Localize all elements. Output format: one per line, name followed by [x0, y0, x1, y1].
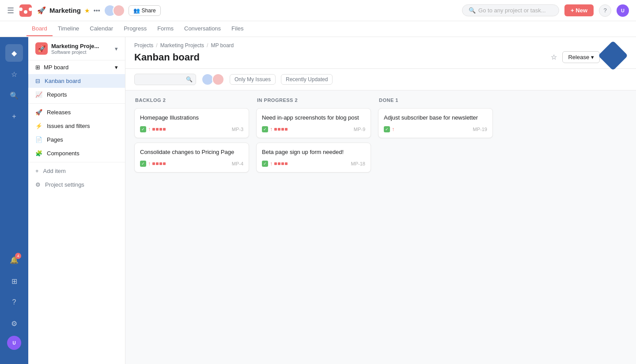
reports-icon: 📈: [35, 91, 42, 98]
check-icon: ✓: [384, 126, 390, 132]
task-title: Consolidate changes to Pricing Page: [140, 148, 243, 156]
search-bar[interactable]: 🔍 Go to any project or task...: [462, 4, 559, 16]
tab-board[interactable]: Board: [26, 22, 53, 36]
project-nav-expand[interactable]: ▾: [115, 45, 118, 52]
star-icon[interactable]: ★: [84, 7, 90, 14]
nav-reports[interactable]: 📈 Reports: [28, 88, 125, 101]
project-nav: 🚀 Marketing Proje... Software project ▾ …: [28, 37, 125, 364]
mp-board-section[interactable]: ⊞ MP board ▾: [28, 60, 125, 74]
tab-timeline[interactable]: Timeline: [53, 22, 85, 36]
sidebar-star-button[interactable]: ☆: [5, 65, 23, 83]
tab-progress[interactable]: Progress: [118, 22, 152, 36]
dots-row: [274, 162, 288, 165]
check-icon: ✓: [140, 161, 146, 167]
sidebar-search-button[interactable]: 🔍: [5, 86, 23, 104]
modal-backlog-column: BACKLOG 2 Homepage Illustrations ✓ ↑: [134, 98, 249, 357]
modal-sidebar: ◆ ☆ 🔍 + 🔔 4 ⊞ ? ⚙ U: [0, 37, 28, 364]
sidebar-diamond-button[interactable]: ◆: [5, 44, 23, 62]
modal-board: Projects / Marketing Projects / MP board…: [125, 37, 636, 364]
avatar-group: [104, 4, 125, 17]
board-filter-bar: 🔍 Only My Issues Recently Updated: [125, 69, 636, 90]
modal-panel: ◆ ☆ 🔍 + 🔔 4 ⊞ ? ⚙ U 🚀 Marketin: [0, 37, 636, 364]
recently-updated-btn[interactable]: Recently Updated: [281, 74, 333, 85]
new-button[interactable]: + New: [564, 4, 594, 16]
nav-pages[interactable]: 📄 Pages: [28, 133, 125, 146]
avatar-filters: [201, 73, 224, 86]
chevron-icon: ▾: [115, 64, 118, 71]
table-row[interactable]: Need in-app screenshots for blog post ✓ …: [256, 108, 371, 138]
breadcrumb-marketing-projects[interactable]: Marketing Projects: [160, 42, 204, 49]
table-row[interactable]: Homepage Illustrations ✓ ↑ MP-3: [134, 108, 249, 138]
sidebar-grid-button[interactable]: ⊞: [5, 272, 23, 290]
table-row[interactable]: Beta page sign up form needed! ✓ ↑ MP-18: [256, 143, 371, 173]
search-icon: 🔍: [469, 7, 476, 14]
app-logo: [19, 4, 32, 17]
dots-row: [152, 162, 166, 165]
filter-search-icon: 🔍: [186, 76, 193, 83]
sidebar-add-button[interactable]: +: [5, 108, 23, 125]
breadcrumb: Projects / Marketing Projects / MP board: [134, 42, 627, 49]
search-placeholder: Go to any project or task...: [478, 7, 545, 14]
priority-icon: ↑: [148, 161, 151, 167]
hamburger-button[interactable]: ☰: [7, 6, 14, 15]
breadcrumb-mp-board[interactable]: MP board: [211, 42, 234, 49]
settings-icon: ⚙: [35, 181, 41, 188]
tab-conversations[interactable]: Conversations: [179, 22, 226, 36]
project-nav-subtitle: Software project: [51, 49, 99, 55]
priority-icon: ↑: [270, 161, 273, 167]
sidebar-settings-button[interactable]: ⚙: [5, 315, 23, 332]
tab-forms[interactable]: Forms: [152, 22, 179, 36]
priority-icon: ↑: [148, 126, 151, 132]
table-row[interactable]: Adjust subscriber base for newsletter ✓ …: [378, 108, 493, 138]
only-my-issues-btn[interactable]: Only My Issues: [230, 74, 276, 85]
task-id: MP-18: [351, 161, 365, 166]
task-id: MP-4: [232, 161, 243, 166]
breadcrumb-projects[interactable]: Projects: [134, 42, 153, 49]
project-name: Marketing: [49, 7, 81, 14]
issues-icon: ⚡: [35, 123, 42, 129]
chevron-down-icon-release: ▾: [591, 54, 594, 60]
board-icon: ⊞: [35, 64, 40, 71]
filter-avatar-2[interactable]: [212, 73, 224, 86]
tab-files[interactable]: Files: [226, 22, 249, 36]
modal-kanban: BACKLOG 2 Homepage Illustrations ✓ ↑: [125, 90, 636, 364]
share-icon: 👥: [133, 8, 140, 14]
modal-done-column: DONE 1 Adjust subscriber base for newsle…: [378, 98, 493, 357]
nav-kanban-board[interactable]: ⊟ Kanban board: [28, 74, 125, 88]
nav-components[interactable]: 🧩 Components: [28, 146, 125, 160]
components-icon: 🧩: [35, 150, 42, 157]
check-icon: ✓: [262, 161, 268, 167]
release-button[interactable]: Release ▾: [562, 51, 600, 63]
project-nav-icon: 🚀: [35, 42, 48, 55]
table-row[interactable]: Consolidate changes to Pricing Page ✓ ↑ …: [134, 143, 249, 173]
project-more-button[interactable]: •••: [94, 7, 100, 14]
nav-add-item[interactable]: + Add item: [28, 164, 125, 178]
task-title: Need in-app screenshots for blog post: [262, 114, 365, 122]
kanban-icon: ⊟: [35, 78, 40, 84]
sidebar-user-avatar[interactable]: U: [7, 336, 21, 350]
user-avatar[interactable]: U: [617, 4, 629, 17]
project-header: 🚀 Marketing ★ ••• 👥 Share: [37, 4, 244, 17]
modal-in-progress-column: IN PROGRESS 2 Need in-app screenshots fo…: [256, 98, 371, 357]
modal-in-progress-title: IN PROGRESS 2: [257, 98, 298, 103]
share-button[interactable]: 👥 Share: [129, 5, 161, 16]
board-title: Kanban board: [134, 52, 200, 63]
nav-releases[interactable]: 🚀 Releases: [28, 105, 125, 119]
nav-issues-filters[interactable]: ⚡ Issues and filters: [28, 119, 125, 133]
pages-icon: 📄: [35, 136, 42, 143]
sidebar-help-button[interactable]: ?: [5, 293, 23, 311]
star-board-button[interactable]: ☆: [549, 51, 559, 63]
dots-row: [152, 128, 166, 131]
nav-project-settings[interactable]: ⚙ Project settings: [28, 178, 125, 191]
add-icon: +: [35, 168, 39, 174]
task-id: MP-9: [354, 127, 365, 132]
releases-icon: 🚀: [35, 109, 42, 116]
task-id: MP-19: [473, 127, 487, 132]
project-nav-name: Marketing Proje...: [51, 43, 99, 49]
task-title: Homepage Illustrations: [140, 114, 243, 122]
help-button[interactable]: ?: [599, 4, 611, 17]
notification-badge: 4: [15, 253, 21, 259]
tab-calendar[interactable]: Calendar: [84, 22, 118, 36]
task-id: MP-3: [232, 127, 243, 132]
task-title: Adjust subscriber base for newsletter: [384, 114, 487, 122]
